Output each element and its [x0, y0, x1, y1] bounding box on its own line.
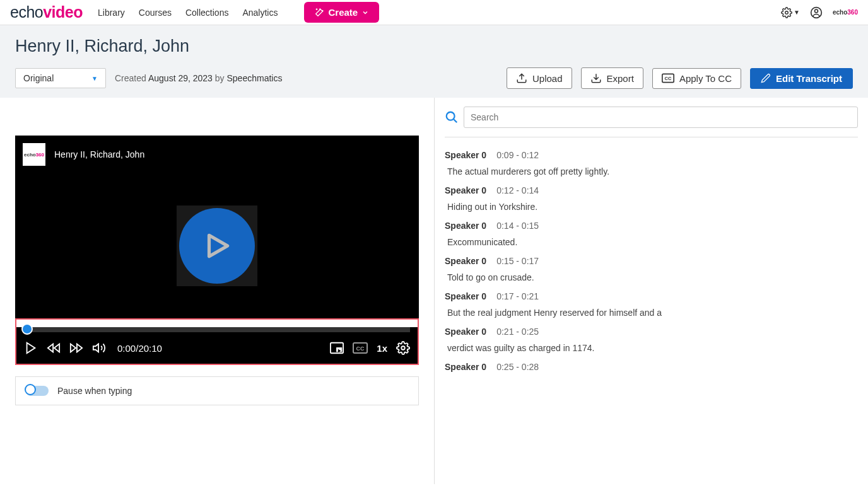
speaker-label: Speaker 0	[445, 362, 486, 372]
transcript-entry[interactable]: Speaker 00:15 - 0:17Told to go on crusad…	[445, 256, 853, 282]
created-text: Created August 29, 2023 by Speechmatics	[115, 73, 282, 83]
edit-transcript-label: Edit Transcript	[776, 73, 842, 84]
pip-button[interactable]	[330, 342, 344, 354]
account-button[interactable]	[810, 6, 823, 19]
transcript-entry[interactable]: Speaker 00:14 - 0:15Excommunicated.	[445, 221, 853, 247]
progress-bar[interactable]	[24, 327, 410, 332]
time-range: 0:09 - 0:12	[496, 150, 539, 160]
svg-marker-11	[93, 344, 98, 352]
transcript-entry[interactable]: Speaker 00:12 - 0:14Hiding out in Yorksh…	[445, 185, 853, 212]
speaker-label: Speaker 0	[445, 185, 486, 195]
video-title-bar: echo360 Henry II, Richard, John	[15, 136, 419, 173]
play-button[interactable]	[24, 341, 38, 355]
nav-library[interactable]: Library	[98, 8, 125, 18]
search-icon	[445, 110, 459, 124]
transcript-text: But the real judgment Henry reserved for…	[445, 308, 853, 318]
mini-logo: echo360	[833, 9, 858, 16]
version-dropdown[interactable]: Original ▼	[15, 68, 106, 88]
speaker-label: Speaker 0	[445, 150, 486, 160]
transcript-entry[interactable]: Speaker 00:21 - 0:25verdict was guilty a…	[445, 327, 853, 353]
svg-text:CC: CC	[664, 76, 671, 81]
pause-typing-toggle[interactable]	[26, 386, 49, 396]
svg-point-17	[401, 346, 405, 350]
video-title: Henry II, Richard, John	[54, 149, 144, 159]
nav-right: ▼ echo360	[781, 6, 858, 19]
left-panel: echo360 Henry II, Richard, John	[0, 98, 434, 484]
play-icon	[201, 230, 233, 262]
controls-highlighted: 0:00/20:10 CC 1x	[15, 318, 419, 365]
settings-button[interactable]	[396, 341, 410, 355]
progress-handle[interactable]	[21, 323, 33, 335]
speaker-label: Speaker 0	[445, 221, 486, 231]
time-display: 0:00/20:10	[117, 343, 162, 354]
transcript-text: Excommunicated.	[445, 237, 853, 247]
time-range: 0:17 - 0:21	[496, 291, 539, 301]
gear-icon	[396, 341, 410, 355]
edit-transcript-button[interactable]: Edit Transcript	[750, 68, 853, 89]
forward-icon	[69, 341, 83, 355]
transcript-entry[interactable]: Speaker 00:09 - 0:12The actual murderers…	[445, 150, 853, 177]
pip-icon	[330, 342, 344, 354]
user-circle-icon	[810, 6, 823, 19]
forward-button[interactable]	[69, 341, 83, 355]
controls-row: 0:00/20:10 CC 1x	[16, 332, 418, 364]
create-button[interactable]: Create	[304, 2, 379, 23]
speed-button[interactable]: 1x	[377, 343, 387, 354]
upload-button[interactable]: Upload	[507, 67, 572, 89]
cc-icon: CC	[353, 342, 368, 354]
svg-point-2	[814, 9, 818, 13]
video-main[interactable]	[15, 173, 419, 318]
svg-marker-8	[54, 344, 59, 352]
volume-button[interactable]	[92, 341, 106, 355]
header-section: Henry II, Richard, John Original ▼ Creat…	[0, 25, 868, 98]
transcript-text: Told to go on crusade.	[445, 272, 853, 282]
content: echo360 Henry II, Richard, John	[0, 98, 868, 484]
video-wrapper: echo360 Henry II, Richard, John	[0, 98, 434, 371]
nav-courses[interactable]: Courses	[139, 8, 172, 18]
video-player: echo360 Henry II, Richard, John	[15, 136, 419, 318]
transcript-entry[interactable]: Speaker 00:25 - 0:28	[445, 362, 853, 372]
svg-marker-10	[71, 344, 76, 352]
magic-wand-icon	[314, 8, 324, 18]
time-range: 0:25 - 0:28	[496, 362, 539, 372]
volume-icon	[92, 341, 106, 355]
time-range: 0:15 - 0:17	[496, 256, 539, 266]
settings-dropdown[interactable]: ▼	[781, 7, 800, 18]
right-panel: Speaker 00:09 - 0:12The actual murderers…	[434, 98, 868, 484]
rewind-button[interactable]	[47, 341, 61, 355]
svg-marker-5	[209, 235, 228, 256]
svg-point-18	[447, 112, 455, 120]
svg-marker-7	[48, 344, 53, 352]
header-row: Original ▼ Created August 29, 2023 by Sp…	[15, 67, 853, 89]
svg-line-19	[454, 119, 457, 123]
export-button[interactable]: Export	[581, 67, 643, 89]
gear-icon	[781, 7, 792, 18]
nav-analytics[interactable]: Analytics	[242, 8, 278, 18]
transcript-list[interactable]: Speaker 00:09 - 0:12The actual murderers…	[445, 150, 858, 484]
export-label: Export	[607, 73, 634, 84]
cc-button[interactable]: CC	[353, 342, 368, 354]
apply-cc-button[interactable]: CC Apply To CC	[652, 68, 741, 89]
upload-icon	[516, 72, 527, 84]
pencil-icon	[761, 73, 771, 83]
speaker-label: Speaker 0	[445, 327, 486, 337]
dropdown-label: Original	[23, 73, 54, 83]
page-title: Henry II, Richard, John	[15, 37, 853, 56]
speaker-label: Speaker 0	[445, 256, 486, 266]
pause-typing-label: Pause when typing	[57, 386, 132, 396]
speaker-label: Speaker 0	[445, 291, 486, 301]
chevron-down-icon	[361, 9, 369, 16]
video-source-logo: echo360	[23, 143, 45, 166]
search-input[interactable]	[464, 107, 858, 128]
nav-collections[interactable]: Collections	[185, 8, 228, 18]
caret-down-icon: ▼	[91, 75, 98, 82]
time-range: 0:14 - 0:15	[496, 221, 539, 231]
rewind-icon	[47, 341, 61, 355]
transcript-entry[interactable]: Speaker 00:17 - 0:21But the real judgmen…	[445, 291, 853, 318]
play-overlay-button[interactable]	[179, 208, 255, 284]
transcript-text: The actual murderers got off pretty ligh…	[445, 166, 853, 177]
cc-icon: CC	[662, 73, 674, 83]
apply-cc-label: Apply To CC	[679, 73, 732, 84]
pause-typing-row: Pause when typing	[15, 376, 419, 405]
logo[interactable]: echovideo	[10, 3, 83, 21]
